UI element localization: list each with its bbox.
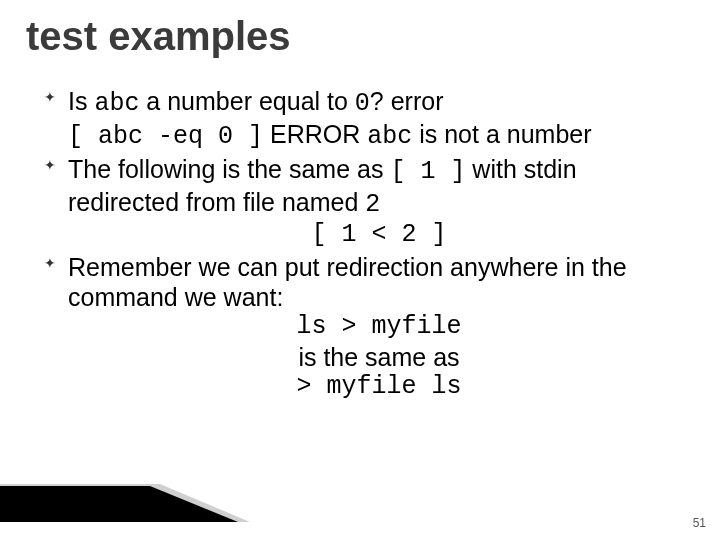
- text: Is: [68, 87, 94, 115]
- text: ERROR: [263, 120, 367, 148]
- code-centered: ls > myfile: [68, 312, 690, 342]
- code-inline: abc: [94, 89, 139, 118]
- code-inline: abc: [367, 122, 412, 151]
- text-centered: is the same as: [68, 342, 690, 372]
- text: The following is the same as: [68, 155, 390, 183]
- corner-decoration: [0, 484, 250, 522]
- bullet-item: Is abc a number equal to 0? error [ abc …: [44, 86, 690, 152]
- text: Remember we can put redirection anywhere…: [68, 253, 627, 311]
- code-inline: 2: [365, 190, 380, 219]
- bullet-list: Is abc a number equal to 0? error [ abc …: [44, 86, 690, 402]
- slide-title: test examples: [26, 14, 291, 59]
- bullet-item: The following is the same as [ 1 ] with …: [44, 154, 690, 250]
- text: is not a number: [412, 120, 591, 148]
- page-number: 51: [693, 516, 706, 530]
- bullet-item: Remember we can put redirection anywhere…: [44, 252, 690, 402]
- slide: test examples Is abc a number equal to 0…: [0, 0, 720, 540]
- code-inline: 0: [355, 89, 370, 118]
- code-inline: [ abc -eq 0 ]: [68, 122, 263, 151]
- content-area: Is abc a number equal to 0? error [ abc …: [44, 86, 690, 404]
- code-centered: > myfile ls: [68, 372, 690, 402]
- text: ? error: [370, 87, 444, 115]
- text: a number equal to: [139, 87, 354, 115]
- code-centered: [ 1 < 2 ]: [68, 220, 690, 250]
- code-inline: [ 1 ]: [390, 157, 465, 186]
